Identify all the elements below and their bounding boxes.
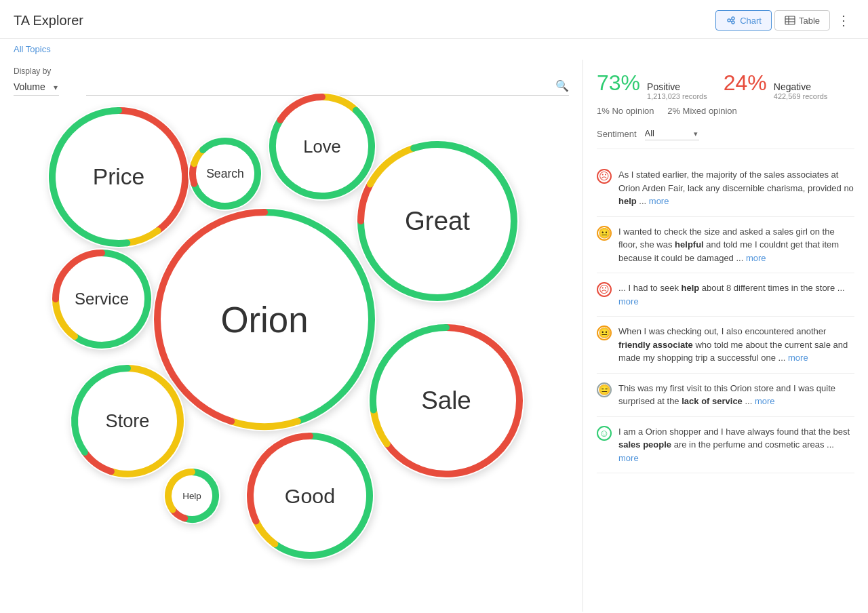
sentiment-icon-negative: ☹ xyxy=(597,282,612,297)
svg-rect-5 xyxy=(785,16,795,24)
bubble-store[interactable]: Store xyxy=(70,363,185,479)
positive-records: 1,213,023 records xyxy=(647,92,707,100)
svg-line-3 xyxy=(730,19,732,20)
display-by-select[interactable]: Volume xyxy=(14,79,59,96)
bubble-good[interactable]: Good xyxy=(245,431,374,560)
comment-text: I am a Orion shopper and I have always f… xyxy=(618,425,854,465)
sentiment-icon-negative: ☹ xyxy=(597,169,612,184)
comment-item: ☺I am a Orion shopper and I have always … xyxy=(597,417,854,474)
header: TA Explorer Chart Table ⋮ xyxy=(0,0,868,39)
negative-records: 422,569 records xyxy=(774,92,828,100)
svg-point-2 xyxy=(732,21,734,24)
comment-keyword: helpful xyxy=(675,239,704,250)
app-title: TA Explorer xyxy=(14,13,83,28)
comment-more-link[interactable]: more xyxy=(618,453,639,463)
no-opinion-stat: 1% No opinion xyxy=(597,106,654,116)
search-input[interactable] xyxy=(86,81,555,92)
comment-more-link[interactable]: more xyxy=(649,196,669,206)
comment-more-link[interactable]: more xyxy=(755,396,775,406)
comment-keyword: sales people xyxy=(618,439,671,450)
left-panel: Display by Volume Search 🔍 PriceSearchLo… xyxy=(0,60,583,612)
bubble-search[interactable]: Search xyxy=(188,136,262,211)
comment-item: ☹... I had to seek help about 8 differen… xyxy=(597,273,854,317)
comment-item: ☹As I stated earlier, the majority of th… xyxy=(597,160,854,217)
negative-stat: 24% Negative 422,569 records xyxy=(724,71,828,100)
comment-text: I wanted to check the size and asked a s… xyxy=(618,225,854,265)
comment-more-link[interactable]: more xyxy=(788,353,808,363)
right-panel: 73% Positive 1,213,023 records 24% Negat… xyxy=(583,60,868,612)
sentiment-icon-neutral: 😐 xyxy=(597,226,612,241)
positive-label: Positive xyxy=(647,81,707,92)
bubble-sale[interactable]: Sale xyxy=(368,323,524,479)
positive-stat: 73% Positive 1,213,023 records xyxy=(597,71,707,100)
chart-icon xyxy=(726,15,736,26)
bubble-orion[interactable]: Orion xyxy=(153,207,376,431)
sentiment-label: Sentiment xyxy=(597,129,637,139)
sentiment-icon-neutral: 😐 xyxy=(597,325,612,340)
svg-point-1 xyxy=(732,17,734,20)
comment-text: ... I had to seek help about 8 different… xyxy=(618,281,854,308)
main-content: Display by Volume Search 🔍 PriceSearchLo… xyxy=(0,60,868,612)
comment-more-link[interactable]: more xyxy=(746,253,766,263)
sentiment-icon-positive: ☺ xyxy=(597,426,612,441)
comment-text: When I was checking out, I also encounte… xyxy=(618,325,854,365)
bubble-price[interactable]: Price xyxy=(47,106,190,248)
svg-line-4 xyxy=(730,21,732,22)
more-options-button[interactable]: ⋮ xyxy=(833,8,854,33)
comment-keyword: lack of service xyxy=(682,396,743,406)
bubble-help[interactable]: Help xyxy=(163,467,220,524)
bubble-love[interactable]: Love xyxy=(268,92,376,201)
sentiment-select[interactable]: All Positive Negative Neutral Mixed xyxy=(645,127,699,140)
search-wrapper: Search 🔍 xyxy=(86,67,569,96)
mixed-opinion-stat: 2% Mixed opinion xyxy=(667,106,737,116)
positive-pct: 73% xyxy=(597,71,640,96)
negative-label: Negative xyxy=(774,81,828,92)
comment-text: As I stated earlier, the majority of the… xyxy=(618,168,854,208)
bubble-great[interactable]: Great xyxy=(356,140,519,302)
search-label: Search xyxy=(86,67,569,77)
comment-keyword: friendly associate xyxy=(618,340,693,350)
display-by-control: Display by Volume xyxy=(14,66,59,96)
secondary-stats: 1% No opinion 2% Mixed opinion xyxy=(597,106,854,116)
comment-item: 😐I wanted to check the size and asked a … xyxy=(597,217,854,274)
comment-text: This was my first visit to this Orion st… xyxy=(618,382,854,408)
comment-item: 😐When I was checking out, I also encount… xyxy=(597,317,854,374)
controls: Display by Volume Search 🔍 xyxy=(14,66,569,96)
comment-more-link[interactable]: more xyxy=(618,296,639,306)
negative-pct: 24% xyxy=(724,71,767,96)
table-icon xyxy=(785,15,795,26)
breadcrumb[interactable]: All Topics xyxy=(0,39,868,60)
sentiment-filter-row: Sentiment All Positive Negative Neutral … xyxy=(597,127,854,149)
svg-point-0 xyxy=(728,19,730,22)
comment-item: 😑This was my first visit to this Orion s… xyxy=(597,374,854,417)
display-by-label: Display by xyxy=(14,66,59,76)
header-actions: Chart Table ⋮ xyxy=(715,8,854,33)
comments-list: ☹As I stated earlier, the majority of th… xyxy=(597,160,854,473)
comment-keyword: help xyxy=(682,283,700,293)
chart-button[interactable]: Chart xyxy=(715,10,772,31)
stats-row: 73% Positive 1,213,023 records 24% Negat… xyxy=(597,71,854,100)
bubble-chart: PriceSearchLoveServiceOrionGreatStoreSal… xyxy=(14,109,569,593)
sentiment-icon-mixed: 😑 xyxy=(597,382,612,397)
bubble-service[interactable]: Service xyxy=(51,248,153,350)
search-icon: 🔍 xyxy=(555,79,569,92)
comment-keyword: help xyxy=(618,196,637,206)
table-button[interactable]: Table xyxy=(774,10,830,31)
